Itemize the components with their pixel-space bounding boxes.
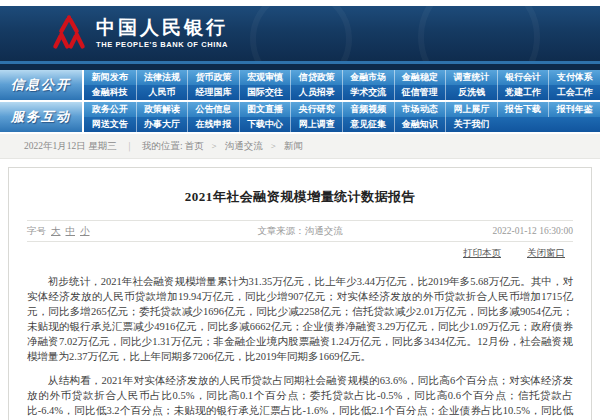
article-paragraph: 初步统计，2021年社会融资规模增量累计为31.35万亿元，比上年少3.44万亿… <box>27 274 573 364</box>
nav-item[interactable]: 报告下载 <box>497 102 549 117</box>
article-datetime: 2022-01-12 16:30:00 <box>391 226 573 236</box>
bank-name-en: THE PEOPLE'S BANK OF CHINA <box>96 41 228 49</box>
nav-item[interactable]: 在线申报 <box>187 117 239 132</box>
nav-item[interactable]: 央行研究 <box>290 102 342 117</box>
font-size-small-button[interactable]: 小 <box>80 225 90 238</box>
nav-row: 金融科技人民币经理国库国际交往人员招录学术交流征信管理反洗钱党建工作工会工作 <box>84 85 600 100</box>
breadcrumb: 2022年1月12日 星期三 ｜ 我的位置:首页 > 沟通交流 > 新闻 <box>0 134 600 159</box>
bank-name-cn: 中国人民银行 <box>96 18 228 39</box>
site-header: 中国人民银行 THE PEOPLE'S BANK OF CHINA <box>0 6 600 64</box>
font-size-label: 字号 <box>27 225 46 238</box>
nav-item[interactable]: 公告信息 <box>187 102 239 117</box>
nav-row: 网送文告办事大厅在线申报下载中心网上调查意见征集金融知识关于我们 <box>84 117 600 132</box>
nav-item[interactable]: 人员招录 <box>290 85 342 100</box>
nav-row: 政务公开政策解读公告信息图文直播央行研究音频视频市场动态网上展厅报告下载报刊年鉴 <box>84 102 600 117</box>
breadcrumb-separator: > <box>212 141 217 151</box>
breadcrumb-home-link[interactable]: 首页 <box>185 140 204 153</box>
breadcrumb-date: 2022年1月12日 星期三 <box>24 140 117 153</box>
breadcrumb-divider: ｜ <box>125 140 134 153</box>
nav-row-filler <box>497 117 600 132</box>
nav-section-label[interactable]: 信息公开 <box>0 70 82 100</box>
nav-item[interactable]: 报刊年鉴 <box>548 102 600 117</box>
nav-item[interactable]: 政策解读 <box>136 102 188 117</box>
nav: 信息公开新闻发布法律法规货币政策宏观审慎信贷政策金融市场金融稳定调查统计银行会计… <box>0 70 600 132</box>
nav-item[interactable]: 意见征集 <box>342 117 394 132</box>
nav-item[interactable]: 调查统计 <box>445 70 497 85</box>
article-panel: 2021年社会融资规模增量统计数据报告 字号 大 中 小 文章来源：沟通交流 2… <box>8 167 592 420</box>
nav-item[interactable]: 法律法规 <box>136 70 188 85</box>
nav-item[interactable]: 金融科技 <box>84 85 136 100</box>
nav-item[interactable]: 网送文告 <box>84 117 136 132</box>
font-size-medium-button[interactable]: 中 <box>66 225 76 238</box>
nav-section-label[interactable]: 服务互动 <box>0 102 82 132</box>
article-meta: 字号 大 中 小 文章来源：沟通交流 2022-01-12 16:30:00 <box>27 221 573 241</box>
article-body: 初步统计，2021年社会融资规模增量累计为31.35万亿元，比上年少3.44万亿… <box>27 264 573 420</box>
nav-item[interactable]: 党建工作 <box>497 85 549 100</box>
breadcrumb-link-channel[interactable]: 沟通交流 <box>225 140 263 153</box>
nav-item[interactable]: 经理国库 <box>187 85 239 100</box>
nav-item[interactable]: 银行会计 <box>497 70 549 85</box>
print-page-button[interactable]: 打印本页 <box>463 247 501 260</box>
nav-item[interactable]: 工会工作 <box>548 85 600 100</box>
nav-section: 服务互动政务公开政策解读公告信息图文直播央行研究音频视频市场动态网上展厅报告下载… <box>0 102 600 132</box>
nav-item[interactable]: 货币政策 <box>187 70 239 85</box>
nav-item[interactable]: 国际交往 <box>239 85 291 100</box>
nav-item[interactable]: 支付体系 <box>548 70 600 85</box>
nav-item[interactable]: 市场动态 <box>394 102 446 117</box>
article-paragraph: 从结构看，2021年对实体经济发放的人民币贷款占同期社会融资规模的63.6%，同… <box>27 373 573 420</box>
nav-item[interactable]: 音频视频 <box>342 102 394 117</box>
nav-item[interactable]: 金融稳定 <box>394 70 446 85</box>
nav-item[interactable]: 学术交流 <box>342 85 394 100</box>
nav-row: 新闻发布法律法规货币政策宏观审慎信贷政策金融市场金融稳定调查统计银行会计支付体系 <box>84 70 600 85</box>
nav-item[interactable]: 宏观审慎 <box>239 70 291 85</box>
nav-item[interactable]: 新闻发布 <box>84 70 136 85</box>
article-source: 文章来源：沟通交流 <box>209 225 391 238</box>
article-title: 2021年社会融资规模增量统计数据报告 <box>27 168 573 220</box>
breadcrumb-location-label: 我的位置: <box>142 140 183 153</box>
nav-item[interactable]: 办事大厅 <box>136 117 188 132</box>
nav-item[interactable]: 政务公开 <box>84 102 136 117</box>
nav-item[interactable]: 下载中心 <box>239 117 291 132</box>
article-actions: 打印本页 关闭窗口 <box>27 242 573 264</box>
nav-item[interactable]: 金融市场 <box>342 70 394 85</box>
pboc-emblem-icon <box>52 13 86 55</box>
nav-item[interactable]: 网上调查 <box>290 117 342 132</box>
nav-item[interactable]: 反洗钱 <box>445 85 497 100</box>
nav-item[interactable]: 关于我们 <box>445 117 497 132</box>
nav-item[interactable]: 信贷政策 <box>290 70 342 85</box>
font-size-large-button[interactable]: 大 <box>51 225 61 238</box>
nav-item[interactable]: 图文直播 <box>239 102 291 117</box>
breadcrumb-link-news[interactable]: 新闻 <box>284 140 303 153</box>
nav-item[interactable]: 人民币 <box>136 85 188 100</box>
nav-item[interactable]: 金融知识 <box>394 117 446 132</box>
close-window-button[interactable]: 关闭窗口 <box>527 247 565 260</box>
nav-item[interactable]: 征信管理 <box>394 85 446 100</box>
nav-item[interactable]: 网上展厅 <box>445 102 497 117</box>
breadcrumb-separator: > <box>271 141 276 151</box>
nav-section: 信息公开新闻发布法律法规货币政策宏观审慎信贷政策金融市场金融稳定调查统计银行会计… <box>0 70 600 100</box>
